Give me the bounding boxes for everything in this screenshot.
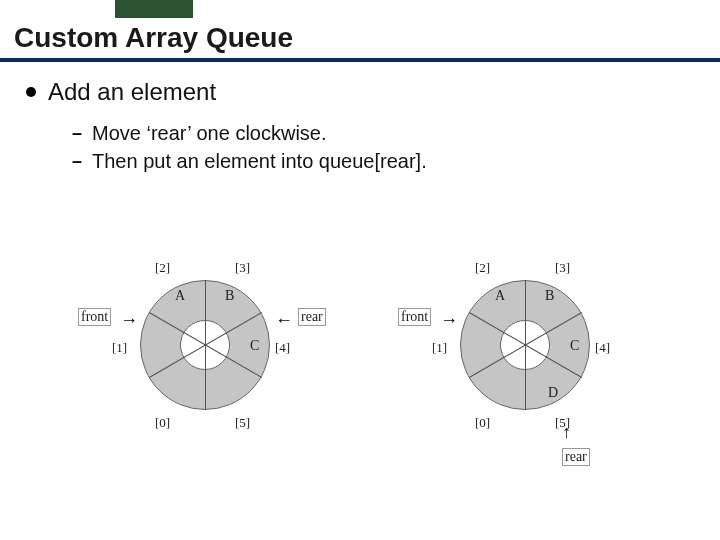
title-underline — [0, 58, 720, 62]
spoke — [205, 280, 206, 345]
index-3: [3] — [235, 260, 250, 276]
main-bullet-text: Add an element — [48, 78, 216, 106]
index-4: [4] — [595, 340, 610, 356]
spoke — [525, 280, 526, 345]
sub-bullet-1-text: Move ‘rear’ one clockwise. — [92, 122, 327, 145]
segment-c: C — [250, 338, 259, 354]
spoke — [205, 345, 206, 410]
dash-icon: – — [72, 123, 82, 144]
index-2: [2] — [475, 260, 490, 276]
dash-icon: – — [72, 151, 82, 172]
ring-diagram-before: [0] [1] [2] [3] [4] [5] A B C front rear… — [50, 230, 350, 470]
index-2: [2] — [155, 260, 170, 276]
bullet-dot-icon — [26, 87, 36, 97]
spoke — [525, 345, 526, 410]
index-3: [3] — [555, 260, 570, 276]
index-5: [5] — [235, 415, 250, 431]
arrow-icon: ↑ — [562, 422, 571, 443]
arrow-icon: ← — [275, 310, 293, 331]
arrow-icon: → — [120, 310, 138, 331]
index-1: [1] — [432, 340, 447, 356]
segment-a: A — [175, 288, 185, 304]
segment-b: B — [545, 288, 554, 304]
index-0: [0] — [155, 415, 170, 431]
segment-c: C — [570, 338, 579, 354]
segment-d: D — [548, 385, 558, 401]
sub-bullet-1: – Move ‘rear’ one clockwise. — [72, 122, 327, 145]
arrow-icon: → — [440, 310, 458, 331]
sub-bullet-2: – Then put an element into queue[rear]. — [72, 150, 427, 173]
accent-bar — [115, 0, 193, 18]
rear-label: rear — [298, 308, 326, 326]
index-1: [1] — [112, 340, 127, 356]
index-0: [0] — [475, 415, 490, 431]
main-bullet-row: Add an element — [26, 78, 216, 106]
sub-bullet-2-text: Then put an element into queue[rear]. — [92, 150, 427, 173]
front-label: front — [398, 308, 431, 326]
slide-title: Custom Array Queue — [14, 22, 293, 54]
diagram-area: [0] [1] [2] [3] [4] [5] A B C front rear… — [40, 230, 680, 510]
segment-b: B — [225, 288, 234, 304]
index-4: [4] — [275, 340, 290, 356]
front-label: front — [78, 308, 111, 326]
ring-diagram-after: [0] [1] [2] [3] [4] [5] A B C D front re… — [370, 230, 670, 470]
rear-label: rear — [562, 448, 590, 466]
segment-a: A — [495, 288, 505, 304]
